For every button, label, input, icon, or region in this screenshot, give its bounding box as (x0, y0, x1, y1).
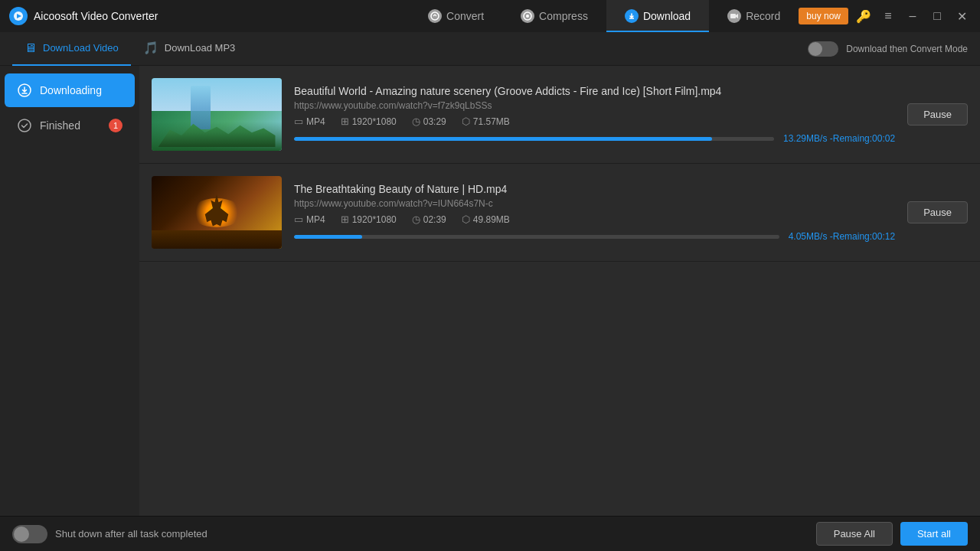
download-info-2: The Breathtaking Beauty of Nature | HD.m… (294, 183, 895, 242)
download-url-2: https://www.youtube.com/watch?v=IUN664s7… (294, 198, 895, 209)
duration-icon-2: ◷ (412, 214, 420, 225)
svg-point-4 (526, 15, 529, 18)
pause-all-button[interactable]: Pause All (816, 522, 893, 546)
nav-tabs: Convert Compress Download Record (410, 0, 799, 32)
download-title-2: The Breathtaking Beauty of Nature | HD.m… (294, 183, 895, 195)
progress-row-2: 4.05MB/s -Remaing:00:12 (294, 231, 895, 242)
progress-info-1: 13.29MB/s -Remaing:00:02 (783, 133, 895, 144)
meta-size-1: ⬡ 71.57MB (462, 116, 510, 127)
meta-duration-2: ◷ 02:39 (412, 214, 446, 225)
meta-resolution-1: ⊞ 1920*1080 (341, 116, 397, 127)
remaining-label-2: -Remaing:00:12 (830, 231, 895, 242)
sidebar-item-downloading[interactable]: Downloading (5, 73, 135, 107)
convert-mode-toggle: Download then Convert Mode (808, 41, 968, 57)
subtab-download-video-label: DownLoad Video (43, 42, 119, 54)
bottom-actions: Pause All Start all (816, 522, 968, 546)
close-icon[interactable]: ✕ (952, 7, 971, 25)
meta-format-2: ▭ MP4 (294, 214, 325, 225)
meta-duration-1: ◷ 03:29 (412, 116, 446, 127)
convert-mode-knob (808, 42, 822, 56)
subtab-bar: 🖥 DownLoad Video 🎵 DownLoad MP3 Download… (0, 32, 980, 66)
download-item-2: The Breathtaking Beauty of Nature | HD.m… (139, 164, 980, 262)
progress-bar-bg-2 (294, 235, 779, 239)
download-mp3-icon: 🎵 (143, 41, 158, 55)
size-label-1: 71.57MB (473, 116, 510, 127)
size-icon-1: ⬡ (462, 116, 470, 127)
svg-rect-7 (730, 14, 736, 18)
resolution-label-1: 1920*1080 (352, 116, 397, 127)
download-video-icon: 🖥 (24, 41, 37, 55)
pause-button-2[interactable]: Pause (907, 201, 968, 223)
meta-resolution-2: ⊞ 1920*1080 (341, 214, 397, 225)
progress-bar-bg-1 (294, 137, 774, 141)
pause-button-1[interactable]: Pause (907, 103, 968, 126)
duration-label-1: 03:29 (423, 116, 446, 127)
shutdown-toggle: Shut down after all task completed (12, 525, 207, 543)
subtab-download-video[interactable]: 🖥 DownLoad Video (12, 32, 131, 66)
convert-mode-switch[interactable] (808, 41, 838, 57)
download-title-1: Beautiful World - Amazing nature scenery… (294, 85, 895, 97)
download-url-1: https://www.youtube.com/watch?v=f7zk9qLb… (294, 100, 895, 111)
downloading-icon (17, 83, 32, 98)
sidebar-downloading-label: Downloading (40, 84, 102, 96)
progress-row-1: 13.29MB/s -Remaing:00:02 (294, 133, 895, 144)
tab-convert[interactable]: Convert (410, 0, 502, 32)
size-icon-2: ⬡ (462, 214, 470, 225)
tab-download-label: Download (643, 10, 691, 22)
download-tab-icon (625, 9, 639, 23)
sidebar: Downloading Finished 1 (0, 66, 139, 516)
duration-label-2: 02:39 (423, 214, 446, 225)
titlebar-actions: buy now 🔑 ≡ – □ ✕ (799, 7, 971, 25)
subtab-download-mp3-label: DownLoad MP3 (165, 42, 236, 54)
remaining-label-1: -Remaing:00:02 (830, 133, 895, 144)
download-meta-1: ▭ MP4 ⊞ 1920*1080 ◷ 03:29 ⬡ 71.57MB (294, 116, 895, 127)
main-content: Downloading Finished 1 Beautiful World -… (0, 66, 980, 516)
subtab-download-mp3[interactable]: 🎵 DownLoad MP3 (131, 32, 248, 66)
shutdown-label: Shut down after all task completed (55, 528, 207, 540)
compress-tab-icon (521, 9, 534, 23)
resolution-label-2: 1920*1080 (352, 214, 397, 225)
format-label-1: MP4 (306, 116, 325, 127)
buy-now-button[interactable]: buy now (799, 8, 848, 24)
speed-label-2: 4.05MB/s (789, 231, 828, 242)
format-icon-2: ▭ (294, 214, 303, 225)
format-label-2: MP4 (306, 214, 325, 225)
svg-point-11 (18, 119, 31, 132)
progress-bar-fill-2 (294, 235, 362, 239)
format-icon-1: ▭ (294, 116, 303, 127)
tab-compress[interactable]: Compress (502, 0, 606, 32)
minimize-icon[interactable]: – (903, 7, 922, 25)
app-title: Aicoosoft Video Converter (34, 10, 379, 22)
start-all-button[interactable]: Start all (900, 522, 968, 546)
thumbnail-1 (152, 78, 282, 151)
key-icon[interactable]: 🔑 (854, 7, 873, 25)
download-info-1: Beautiful World - Amazing nature scenery… (294, 85, 895, 144)
resolution-icon-1: ⊞ (341, 116, 349, 127)
progress-info-2: 4.05MB/s -Remaing:00:12 (789, 231, 895, 242)
tab-compress-label: Compress (539, 10, 588, 22)
resolution-icon-2: ⊞ (341, 214, 349, 225)
sidebar-finished-label: Finished (40, 119, 80, 132)
titlebar: Aicoosoft Video Converter Convert Compre… (0, 0, 980, 32)
tab-convert-label: Convert (446, 10, 484, 22)
tab-record-label: Record (746, 10, 780, 22)
sidebar-item-finished[interactable]: Finished 1 (5, 109, 135, 142)
maximize-icon[interactable]: □ (928, 7, 946, 25)
speed-label-1: 13.29MB/s (783, 133, 827, 144)
meta-size-2: ⬡ 49.89MB (462, 214, 510, 225)
download-meta-2: ▭ MP4 ⊞ 1920*1080 ◷ 02:39 ⬡ 49.89MB (294, 214, 895, 225)
duration-icon-1: ◷ (412, 116, 420, 127)
menu-icon[interactable]: ≡ (879, 7, 897, 25)
app-logo (9, 7, 28, 25)
progress-bar-fill-1 (294, 137, 712, 141)
svg-point-2 (431, 12, 439, 20)
tab-download[interactable]: Download (606, 0, 709, 32)
svg-marker-8 (736, 14, 738, 18)
tab-record[interactable]: Record (709, 0, 799, 32)
download-list: Beautiful World - Amazing nature scenery… (139, 66, 980, 516)
shutdown-toggle-switch[interactable] (12, 525, 47, 543)
convert-tab-icon (428, 9, 442, 23)
bottom-bar: Shut down after all task completed Pause… (0, 516, 980, 551)
record-tab-icon (727, 9, 741, 23)
shutdown-toggle-knob (14, 527, 29, 542)
